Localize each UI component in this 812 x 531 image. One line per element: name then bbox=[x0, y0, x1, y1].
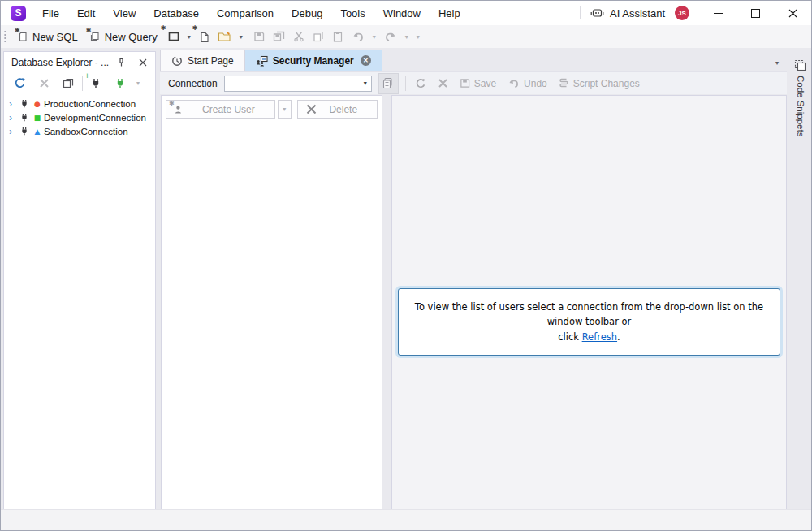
new-query-icon: ✱ bbox=[89, 31, 101, 42]
undo-label: Undo bbox=[524, 78, 547, 89]
connection-plug-icon bbox=[17, 113, 31, 122]
ai-assistant-button[interactable]: AI Assistant bbox=[581, 1, 675, 25]
tree-row-sandbox[interactable]: › ▲ SandboxConnection bbox=[4, 124, 155, 138]
explorer-refresh-button[interactable] bbox=[11, 75, 28, 92]
new-connection-button[interactable]: + bbox=[89, 76, 103, 91]
database-explorer-panel: Database Explorer - ... + bbox=[3, 51, 156, 511]
new-sql-button[interactable]: ✱ New SQL bbox=[13, 28, 83, 45]
redo-button[interactable] bbox=[381, 28, 400, 45]
cut-button[interactable] bbox=[290, 28, 308, 45]
tab-start-page-label: Start Page bbox=[188, 55, 234, 67]
expand-chevron-icon[interactable]: › bbox=[4, 99, 17, 109]
tree-row-production[interactable]: › ● ProductionConnection bbox=[4, 97, 155, 110]
create-user-button[interactable]: ✱ Create User bbox=[166, 100, 275, 119]
code-snippets-tab[interactable]: Code Snippets bbox=[796, 76, 806, 136]
undo-button[interactable] bbox=[348, 28, 368, 45]
title-bar: S File Edit View Database Comparison Deb… bbox=[1, 1, 811, 25]
tree-row-development[interactable]: › ■ DevelopmentConnection bbox=[4, 110, 155, 124]
tab-security-manager-label: Security Manager bbox=[273, 55, 354, 67]
titlebar-right: AI Assistant JS bbox=[580, 1, 811, 25]
menu-window[interactable]: Window bbox=[374, 1, 430, 25]
main-toolbar: ✱ New SQL ✱ New Query ✱ ▾ ✱ ▾ bbox=[1, 25, 811, 48]
menu-help[interactable]: Help bbox=[430, 1, 469, 25]
create-user-icon: ✱ bbox=[172, 104, 183, 114]
undo-dropdown[interactable]: ▾ bbox=[369, 31, 379, 43]
refresh-link[interactable]: Refresh bbox=[582, 331, 617, 343]
undo-changes-button[interactable]: Undo bbox=[502, 75, 553, 93]
maximize-button[interactable] bbox=[736, 1, 774, 25]
open-file-button[interactable] bbox=[214, 28, 235, 45]
connection-toolbar: Connection ▾ Save Undo bbox=[160, 71, 787, 94]
status-triangle-icon: ▲ bbox=[31, 127, 44, 136]
menu-comparison[interactable]: Comparison bbox=[208, 1, 283, 25]
connection-plug-icon bbox=[17, 127, 31, 136]
refresh-button[interactable] bbox=[409, 75, 432, 93]
save-changes-button[interactable]: Save bbox=[454, 75, 502, 93]
save-all-button[interactable] bbox=[270, 28, 288, 45]
explorer-duplicate-button[interactable] bbox=[60, 76, 76, 91]
new-window-button[interactable]: ✱ bbox=[164, 28, 183, 45]
code-snippets-icon bbox=[794, 59, 806, 71]
new-query-label: New Query bbox=[105, 31, 158, 43]
open-file-dropdown[interactable]: ▾ bbox=[236, 31, 246, 43]
connection-name: SandboxConnection bbox=[44, 127, 128, 136]
menu-view[interactable]: View bbox=[104, 1, 145, 25]
connection-label: Connection bbox=[168, 78, 218, 89]
user-avatar-badge[interactable]: JS bbox=[675, 6, 689, 20]
combobox-dropdown-icon[interactable]: ▾ bbox=[364, 80, 371, 87]
info-message-box: To view the list of users select a conne… bbox=[398, 288, 780, 356]
toolbar-grip[interactable] bbox=[4, 30, 7, 43]
explorer-delete-button[interactable] bbox=[37, 76, 52, 91]
users-button-row: ✱ Create User ▾ Delete bbox=[162, 96, 382, 119]
expand-chevron-icon[interactable]: › bbox=[4, 127, 17, 136]
pin-button[interactable] bbox=[114, 55, 129, 70]
expand-chevron-icon[interactable]: › bbox=[4, 113, 17, 123]
connect-button[interactable] bbox=[113, 76, 127, 91]
minimize-icon bbox=[714, 13, 723, 14]
menu-tools[interactable]: Tools bbox=[331, 1, 374, 25]
new-sql-label: New SQL bbox=[32, 31, 78, 43]
save-label: Save bbox=[474, 78, 496, 89]
connection-name: ProductionConnection bbox=[44, 99, 136, 109]
explorer-close-button[interactable] bbox=[136, 56, 150, 69]
cancel-button[interactable] bbox=[432, 75, 454, 92]
status-circle-icon: ● bbox=[31, 100, 44, 108]
users-list-panel: ✱ Create User ▾ Delete bbox=[161, 95, 382, 511]
tab-list-dropdown[interactable]: ▾ bbox=[767, 50, 787, 71]
message-line1: To view the list of users select a conne… bbox=[415, 301, 763, 327]
connbar-separator bbox=[405, 76, 406, 91]
menu-edit[interactable]: Edit bbox=[68, 1, 104, 25]
script-changes-button[interactable]: Script Changes bbox=[553, 75, 646, 93]
minimize-button[interactable] bbox=[699, 1, 736, 25]
connection-tree: › ● ProductionConnection › ■ Development… bbox=[4, 94, 155, 138]
toolbar-overflow-dropdown[interactable]: ▾ bbox=[413, 31, 423, 43]
new-window-dropdown[interactable]: ▾ bbox=[184, 31, 194, 43]
start-page-icon bbox=[171, 55, 183, 67]
explorer-toolbar-dropdown[interactable]: ▾ bbox=[134, 77, 142, 89]
copy-button[interactable] bbox=[309, 28, 327, 45]
create-user-label: Create User bbox=[183, 104, 274, 115]
show-script-toggle-button[interactable] bbox=[378, 73, 399, 94]
new-sql-icon: ✱ bbox=[18, 31, 28, 42]
status-square-icon: ■ bbox=[31, 114, 44, 122]
delete-user-button[interactable]: Delete bbox=[297, 100, 378, 119]
create-user-dropdown[interactable]: ▾ bbox=[278, 100, 292, 119]
explorer-header: Database Explorer - ... bbox=[4, 52, 155, 72]
redo-dropdown[interactable]: ▾ bbox=[402, 31, 412, 43]
message-line2-prefix: click bbox=[558, 331, 581, 343]
connection-plug-icon bbox=[17, 99, 31, 108]
save-button-disabled[interactable] bbox=[250, 28, 268, 45]
close-button[interactable] bbox=[774, 1, 811, 25]
paste-button[interactable] bbox=[329, 28, 347, 45]
tab-close-icon[interactable]: ✕ bbox=[361, 55, 371, 66]
menu-file[interactable]: File bbox=[33, 1, 68, 25]
app-window: S File Edit View Database Comparison Deb… bbox=[0, 0, 812, 531]
tab-security-manager[interactable]: Security Manager ✕ bbox=[245, 50, 382, 71]
connection-combobox[interactable]: ▾ bbox=[224, 76, 372, 92]
new-query-button[interactable]: ✱ New Query bbox=[84, 28, 162, 45]
undo-icon bbox=[508, 78, 520, 88]
menu-database[interactable]: Database bbox=[145, 1, 208, 25]
tab-start-page[interactable]: Start Page bbox=[160, 50, 245, 71]
menu-debug[interactable]: Debug bbox=[283, 1, 331, 25]
new-document-button[interactable]: ✱ bbox=[196, 28, 213, 45]
